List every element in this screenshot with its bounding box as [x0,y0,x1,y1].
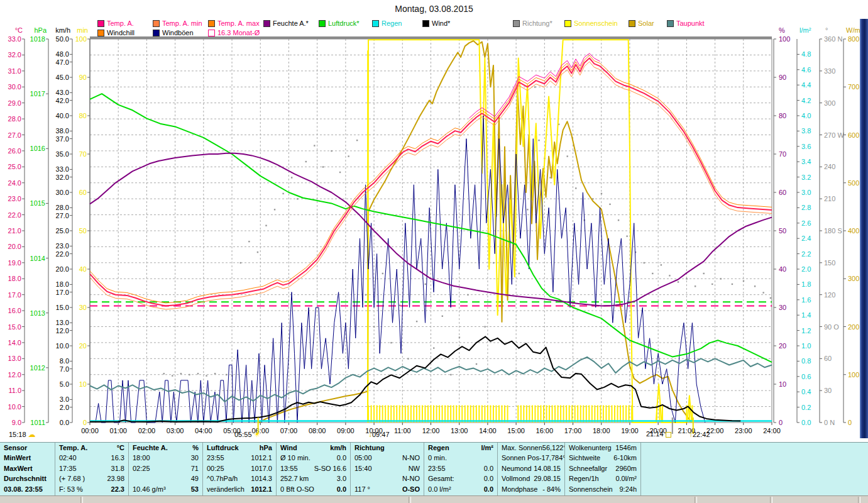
table-col-wind: Windkm/hØ 10 min.0.013:55S-SO 16.6252.7 … [277,443,351,496]
table-row: 05:00N-NO [351,453,424,463]
axis-label-minax: 0 [83,419,87,426]
axis-label-kmh: 50.0 [56,35,69,43]
table-row: Wolkenunterg1546m [565,443,640,453]
table-row: MinWert [0,453,55,463]
axis-label-minax: 80 [79,112,87,119]
statusbar-divider [770,497,772,503]
statusbar-divider [858,497,860,503]
axis-label-pct: 50 [779,227,786,235]
axis-label-lm2: 0.4 [801,388,811,395]
time-label: 07:00 [280,427,298,434]
axis-label-degC: 12.0 [8,371,21,379]
axis-label-deg: 0 N [824,419,835,426]
table-row: Regen/1h0.0l/m² [565,473,640,484]
table-row: Vollmond29.08.15 [498,473,564,484]
axis-label-lm2: 0.8 [801,357,811,365]
axis-label-pct: 40 [779,265,786,273]
axis-label-lm2: 3.8 [801,127,811,135]
axis-label-degC: 25.0 [8,163,21,170]
axis-label-kmh: 12.0 [56,327,69,334]
axis-label-kmh: 43.0 [56,89,69,96]
axis-label-deg: 120 [824,291,835,299]
weather-chart: °C33.032.031.030.029.028.027.026.025.024… [0,0,868,442]
window-edge-strip [860,19,868,438]
axis-label-minax: 50 [79,227,87,235]
time-label: 13:00 [451,427,468,434]
time-label: 24:00 [763,427,781,434]
axis-unit-degC: °C [15,26,23,34]
table-row: 13:55S-SO 16.6 [277,463,350,473]
axis-label-pct: 10 [779,380,786,388]
axis-label-wm2: 200 [848,323,859,331]
axis-label-kmh: 20.0 [56,265,69,273]
table-row: F: 53 %22.3 [55,484,128,494]
axis-label-kmh: 25.0 [56,227,69,235]
axis-label-degC: 31.0 [8,67,21,75]
table-col-astro: Max. Sonnen56,122°Sonnen Pos-17,784°Neum… [498,443,565,496]
axis-label-lm2: 4.2 [801,97,811,104]
table-row: 252.7 km3.0 [277,473,350,484]
axis-label-kmh: 2.0 [60,404,69,411]
axis-label-pct: 80 [779,112,786,119]
square-icon [666,432,671,438]
axis-label-degC: 27.0 [8,131,21,139]
time-label: 12:00 [422,427,440,434]
axis-label-degC: 13.0 [8,355,21,362]
time-label: 03:00 [167,427,184,434]
axis-label-kmh: 40.0 [56,112,69,119]
table-row: N-NO [351,473,424,484]
time-label: 11:00 [394,427,411,434]
axis-unit-deg: ° [825,26,828,34]
table-col-luftdruck: LuftdruckhPa23:551012.100:251017.0^0.7hP… [203,443,277,496]
axis-unit-kmh: km/h [55,26,70,34]
axis-label-deg: 240 [824,163,835,170]
axis-unit-pct: % [779,26,785,34]
table-row: 0 Bft O-SO0.0 [277,484,350,494]
axis-label-kmh: 37.0 [56,135,69,143]
table-row: Feuchte A.% [129,443,202,453]
stats-table: SensorMinWertMaxWertDurchschnitt03.08. 2… [0,442,868,497]
annotation-05-55: 05:55 ☀ [234,430,260,439]
axis-label-hPa: 1011 [30,419,45,426]
table-row: Sonnenschein9:24h [565,484,640,494]
axis-label-minax: 20 [79,342,87,350]
axis-label-lm2: 1.4 [801,311,811,319]
axis-label-hPa: 1013 [30,309,45,317]
time-label: 01:00 [109,427,127,434]
axis-label-pct: 100 [779,35,790,43]
axis-label-kmh: 22.0 [56,250,69,258]
axis-label-degC: 20.0 [8,243,21,250]
axis-label-deg: 90 O [824,323,839,331]
time-label: 17:00 [564,427,582,434]
axis-label-kmh: 3.0 [60,395,69,403]
axis-label-lm2: 1.8 [801,280,811,288]
axis-label-degC: 14.0 [8,339,21,346]
axis-label-kmh: 45.0 [56,74,69,81]
time-label: 19:00 [621,427,639,434]
axis-label-kmh: 27.0 [56,212,69,219]
table-row: Temp. A.°C [55,443,128,453]
axis-label-lm2: 0.0 [801,419,811,426]
table-row: Richtung [351,443,424,453]
time-label: 02:00 [138,427,156,434]
table-row: Ø 10 min.0.0 [277,453,350,463]
axis-label-kmh: 32.0 [56,174,69,181]
axis-label-degC: 24.0 [8,179,21,187]
axis-label-lm2: 2.6 [801,219,811,227]
axis-label-hPa: 1016 [30,145,45,152]
axis-label-lm2: 2.2 [801,250,811,258]
statusbar-divider [409,497,411,503]
axis-label-degC: 15.0 [8,323,21,331]
axis-label-minax: 30 [79,304,87,311]
table-row: 23:551012.1 [203,453,276,463]
axis-label-deg: 180 S [824,227,842,235]
table-row: Gesamt:0.0 [424,473,497,484]
plot-top-bar [90,36,772,39]
axis-label-kmh: 28.0 [56,204,69,211]
axis-label-pct: 30 [779,304,786,311]
table-row: 10.46 g/m³53 [129,484,202,494]
axis-label-wm2: 700 [848,83,859,91]
table-row: Sonnen Pos-17,784° [498,453,564,463]
time-label: 18:00 [593,427,610,434]
axis-label-lm2: 4.0 [801,112,811,119]
